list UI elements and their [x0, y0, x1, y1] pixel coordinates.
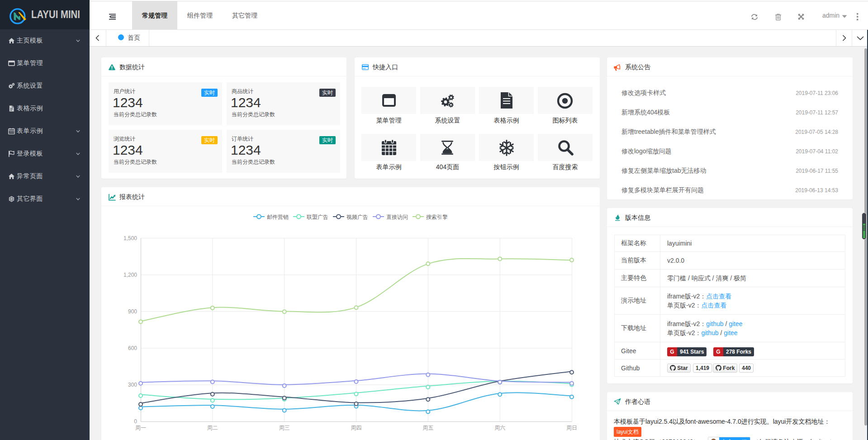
svg-text:搜索引擎: 搜索引擎	[426, 214, 448, 220]
svg-text:周五: 周五	[422, 425, 433, 431]
svg-text:周六: 周六	[494, 425, 505, 431]
svg-text:周一: 周一	[135, 425, 146, 431]
svg-text:LAYUI MINI: LAYUI MINI	[31, 9, 80, 20]
svg-text:周二: 周二	[207, 425, 218, 431]
svg-text:邮件营销: 邮件营销	[267, 214, 289, 220]
svg-text:0: 0	[134, 418, 137, 425]
svg-text:周日: 周日	[566, 425, 577, 431]
svg-text:直接访问: 直接访问	[386, 214, 408, 220]
svg-text:联盟广告: 联盟广告	[306, 214, 328, 220]
svg-text:周三: 周三	[279, 425, 290, 431]
svg-text:视频广告: 视频广告	[346, 214, 368, 220]
svg-text:周四: 周四	[351, 425, 362, 431]
svg-text:1,500: 1,500	[123, 235, 137, 241]
svg-text:900: 900	[128, 308, 137, 315]
svg-text:300: 300	[128, 382, 137, 388]
svg-text:1,200: 1,200	[123, 272, 137, 278]
svg-text:600: 600	[128, 345, 137, 351]
